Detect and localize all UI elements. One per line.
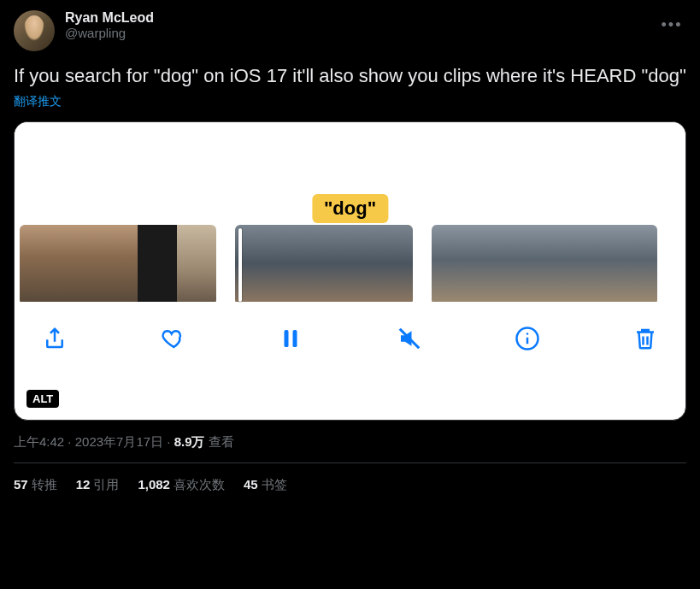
video-timeline[interactable] [15,225,685,305]
retweets-stat[interactable]: 57转推 [14,477,57,493]
clip-group[interactable] [20,225,216,305]
share-icon[interactable] [40,324,69,353]
media-card[interactable]: "dog" [14,121,686,421]
info-icon[interactable] [513,324,542,353]
tweet-container: Ryan McLeod @warpling ••• If you search … [0,0,700,504]
svg-rect-1 [293,330,297,347]
more-icon[interactable]: ••• [657,10,686,39]
translate-link[interactable]: 翻译推文 [14,94,62,109]
username: @warpling [65,26,154,40]
video-frame [138,225,177,302]
mute-icon[interactable] [395,324,424,353]
avatar[interactable] [14,10,55,51]
video-frame [620,225,657,302]
alt-badge[interactable]: ALT [26,390,59,408]
video-frame [20,225,59,302]
video-frame [324,225,368,302]
media-top: "dog" [15,122,685,225]
svg-rect-0 [285,330,289,347]
timestamp-date[interactable]: 2023年7月17日 [75,434,163,449]
quotes-stat[interactable]: 12引用 [76,477,120,493]
clip-group-active[interactable] [235,225,413,305]
views-label: 查看 [205,434,234,449]
tweet-meta: 上午4:42 · 2023年7月17日 · 8.9万 查看 [14,434,686,463]
video-frame [98,225,138,302]
video-frame [368,225,413,302]
heart-icon[interactable] [158,324,187,353]
search-term-highlight: "dog" [312,194,388,223]
likes-stat[interactable]: 1,082喜欢次数 [138,477,225,493]
pause-icon[interactable] [276,324,305,353]
tweet-text: If you search for "dog" on iOS 17 it'll … [14,63,686,89]
video-frame [177,225,216,302]
display-name: Ryan McLeod [65,10,154,26]
svg-point-5 [526,333,529,335]
video-frame [432,225,469,302]
trash-icon[interactable] [631,324,660,353]
video-frame [507,225,544,302]
author-names[interactable]: Ryan McLeod @warpling [65,10,154,40]
video-frame [469,225,507,302]
video-frame [235,225,279,302]
video-frame [279,225,324,302]
views-count: 8.9万 [174,434,205,449]
media-toolbar [15,305,685,367]
clip-group[interactable] [432,225,657,305]
video-frame [59,225,98,302]
tweet-stats: 57转推 12引用 1,082喜欢次数 45书签 [14,463,686,493]
video-frame [544,225,582,302]
bookmarks-stat[interactable]: 45书签 [244,477,287,493]
timestamp-time[interactable]: 上午4:42 [14,434,64,449]
video-frame [582,225,620,302]
tweet-header: Ryan McLeod @warpling ••• [14,10,686,51]
